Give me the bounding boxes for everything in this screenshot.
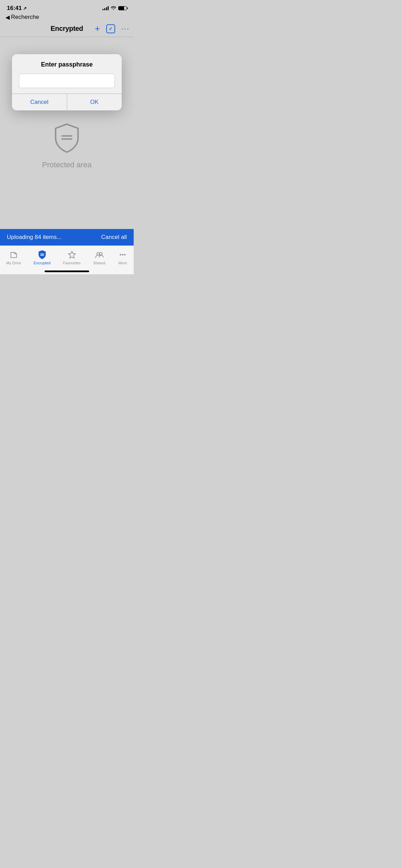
signal-bars-icon: [102, 6, 109, 10]
back-chevron-icon: ◀: [5, 14, 10, 21]
page-title: Encrypted: [50, 25, 83, 33]
header-actions: + ···: [95, 23, 130, 34]
back-button[interactable]: ◀ Recherche: [5, 14, 128, 21]
wifi-icon: [111, 5, 116, 11]
tab-encrypted[interactable]: Encrypted: [29, 249, 55, 266]
svg-point-7: [120, 254, 121, 255]
tab-favourites[interactable]: Favourites: [59, 249, 85, 266]
add-button[interactable]: +: [95, 23, 100, 34]
dialog-body: Enter passphrase: [12, 54, 122, 94]
back-label: Recherche: [11, 14, 39, 21]
favourites-label: Favourites: [63, 261, 81, 265]
encrypted-tab-icon: [37, 250, 47, 260]
my-drive-icon: [9, 250, 19, 260]
svg-point-5: [97, 252, 99, 255]
select-button[interactable]: [106, 24, 115, 33]
more-label: More: [118, 261, 127, 265]
svg-point-6: [99, 252, 102, 255]
dialog-overlay: Enter passphrase Cancel OK: [0, 37, 134, 229]
battery-icon: [118, 6, 127, 10]
status-time: 16:41 ↗: [7, 5, 27, 12]
dialog-title: Enter passphrase: [19, 61, 115, 68]
tab-my-drive[interactable]: My Drive: [2, 249, 25, 266]
passphrase-input[interactable]: [23, 77, 110, 84]
cancel-button[interactable]: Cancel: [12, 94, 67, 110]
home-bar: [45, 270, 89, 272]
svg-point-8: [122, 254, 123, 255]
favourites-icon: [67, 250, 77, 260]
shared-label: Shared: [93, 261, 105, 265]
back-navigation: ◀ Recherche: [0, 13, 134, 22]
dialog-buttons: Cancel OK: [12, 94, 122, 110]
location-icon: ↗: [23, 6, 27, 11]
more-icon: [118, 250, 127, 260]
tab-shared[interactable]: Shared: [89, 249, 109, 266]
tab-more[interactable]: More: [114, 249, 132, 266]
svg-marker-4: [68, 251, 75, 258]
my-drive-label: My Drive: [6, 261, 21, 265]
passphrase-input-wrapper: [19, 74, 115, 88]
tab-bar: My Drive Encrypted Favourites: [0, 245, 134, 268]
ok-button[interactable]: OK: [67, 94, 122, 110]
svg-point-9: [124, 254, 126, 255]
page-header: Encrypted + ···: [0, 22, 134, 37]
status-bar: 16:41 ↗: [0, 0, 134, 13]
upload-status-text: Uploading 84 items...: [7, 234, 62, 241]
status-icons: [102, 5, 127, 11]
shared-icon: [95, 250, 104, 260]
home-indicator: [0, 268, 134, 274]
encrypted-label: Encrypted: [34, 261, 51, 265]
main-content: Enter passphrase Cancel OK Protected are…: [0, 37, 134, 229]
cancel-all-button[interactable]: Cancel all: [101, 234, 127, 241]
more-options-button[interactable]: ···: [121, 24, 130, 33]
passphrase-dialog: Enter passphrase Cancel OK: [12, 54, 122, 110]
upload-banner: Uploading 84 items... Cancel all: [0, 229, 134, 245]
time-text: 16:41: [7, 5, 22, 12]
